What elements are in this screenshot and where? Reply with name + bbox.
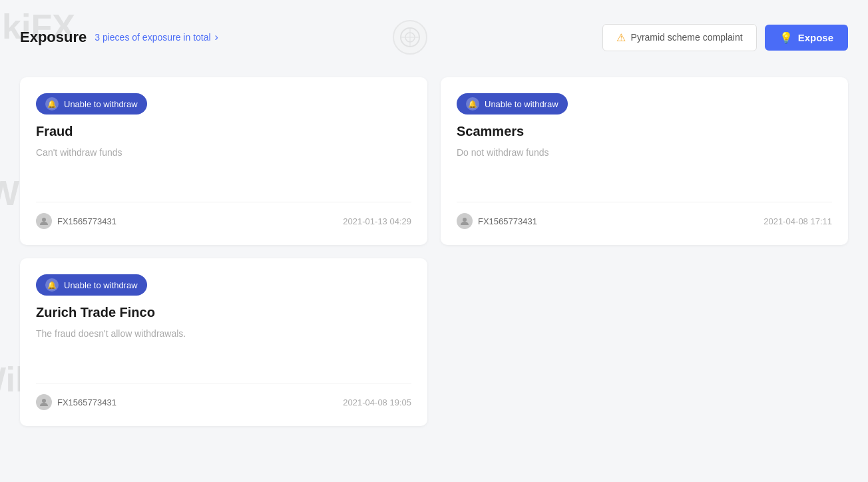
exposure-card-2: 🔔 Unable to withdraw Scammers Do not wit…	[441, 77, 848, 245]
exposure-count-link[interactable]: 3 pieces of exposure in total ›	[95, 31, 218, 43]
exposure-card-1: 🔔 Unable to withdraw Fraud Can't withdra…	[20, 77, 427, 245]
card-date-3: 2021-04-08 19:05	[343, 397, 411, 407]
expose-button[interactable]: 💡 Expose	[765, 25, 848, 51]
card-title-2: Scammers	[457, 124, 832, 139]
card-user-1: FX1565773431	[36, 213, 116, 229]
card-user-3: FX1565773431	[36, 394, 116, 410]
badge-1: 🔔 Unable to withdraw	[36, 93, 147, 115]
badge-label-1: Unable to withdraw	[64, 99, 138, 109]
exposure-card-3: 🔔 Unable to withdraw Zurich Trade Finco …	[20, 258, 427, 426]
badge-icon-2: 🔔	[466, 97, 479, 111]
card-description-2: Do not withdraw funds	[457, 146, 832, 186]
card-title-3: Zurich Trade Finco	[36, 305, 411, 320]
user-avatar-3	[36, 394, 52, 410]
pyramid-scheme-button[interactable]: ⚠ Pyramid scheme complaint	[602, 24, 757, 51]
pyramid-btn-label: Pyramid scheme complaint	[631, 32, 743, 43]
card-username-3: FX1565773431	[57, 397, 116, 407]
card-date-2: 2021-04-08 17:11	[763, 216, 832, 226]
card-date-1: 2021-01-13 04:29	[343, 216, 411, 226]
header-left: Exposure 3 pieces of exposure in total ›	[20, 29, 218, 46]
user-avatar-2	[457, 213, 473, 229]
exposure-count-text: 3 pieces of exposure in total	[95, 31, 210, 43]
badge-label-3: Unable to withdraw	[64, 280, 138, 290]
chevron-right-icon: ›	[215, 31, 218, 43]
warning-icon: ⚠	[616, 31, 626, 44]
svg-point-6	[42, 399, 46, 403]
expose-icon: 💡	[779, 31, 793, 44]
card-footer-1: FX1565773431 2021-01-13 04:29	[36, 202, 411, 229]
card-title-1: Fraud	[36, 124, 411, 139]
card-footer-3: FX1565773431 2021-04-08 19:05	[36, 383, 411, 410]
badge-label-2: Unable to withdraw	[485, 99, 558, 109]
svg-point-5	[463, 218, 467, 222]
page-title: Exposure	[20, 29, 87, 46]
badge-2: 🔔 Unable to withdraw	[457, 93, 568, 115]
cards-grid: 🔔 Unable to withdraw Fraud Can't withdra…	[20, 77, 848, 426]
badge-icon-1: 🔔	[45, 97, 59, 111]
logo-circle	[393, 20, 427, 55]
svg-point-4	[42, 218, 46, 222]
badge-3: 🔔 Unable to withdraw	[36, 274, 147, 296]
card-user-2: FX1565773431	[457, 213, 537, 229]
badge-icon-3: 🔔	[45, 278, 59, 292]
page-header: Exposure 3 pieces of exposure in total ›…	[20, 13, 848, 61]
card-description-1: Can't withdraw funds	[36, 146, 411, 186]
wikifx-logo	[393, 20, 427, 55]
card-username-2: FX1565773431	[478, 216, 537, 226]
logo-svg	[399, 27, 421, 48]
expose-btn-label: Expose	[798, 32, 833, 43]
card-description-3: The fraud doesn't allow withdrawals.	[36, 327, 411, 367]
card-username-1: FX1565773431	[57, 216, 116, 226]
card-footer-2: FX1565773431 2021-04-08 17:11	[457, 202, 832, 229]
user-avatar-1	[36, 213, 52, 229]
header-right: ⚠ Pyramid scheme complaint 💡 Expose	[602, 24, 848, 51]
